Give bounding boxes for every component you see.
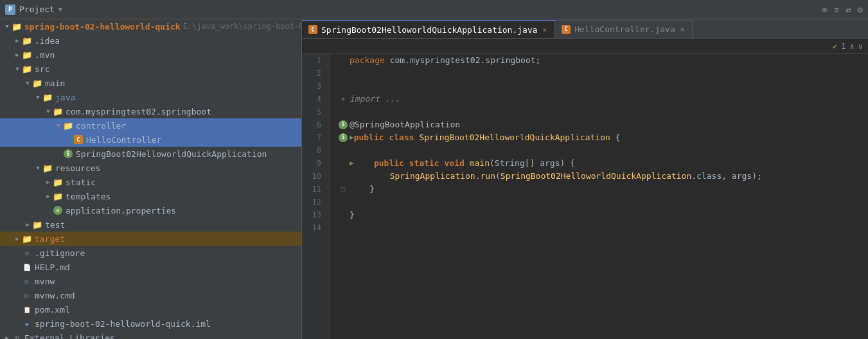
sidebar-item-ext-lib[interactable]: ⊞ External Libraries	[0, 331, 301, 339]
sidebar-item-springboot-app[interactable]: S SpringBoot02HelloworldQuickApplication	[0, 147, 301, 161]
hello-controller-label: HelloController	[86, 135, 161, 145]
earth-icon[interactable]: ⊕	[822, 5, 827, 15]
app-props-label: application.properties	[66, 206, 176, 215]
templates-folder-icon: 📁	[53, 191, 63, 201]
arrow-project-root	[3, 22, 12, 31]
arrow-main	[23, 78, 32, 87]
code-token: public	[374, 157, 409, 170]
project-folder-icon: 📁	[12, 21, 22, 32]
code-token: .	[475, 170, 481, 183]
tab-java-icon-2: C	[562, 25, 571, 34]
tab-close-1[interactable]: ✕	[542, 25, 549, 35]
mvnwcmd-icon: ▷	[22, 290, 32, 300]
code-line-11: □ }	[337, 183, 868, 196]
sidebar-item-test[interactable]: 📁 test	[0, 217, 301, 232]
sidebar-item-src[interactable]: 📁 src	[0, 62, 301, 76]
resources-label: resources	[55, 163, 100, 173]
code-editor[interactable]: 1 2 3 4 5 6 7 8 9 10 11 12 13 14 package…	[302, 54, 868, 339]
code-line-3	[337, 80, 868, 93]
code-line-12	[337, 196, 868, 208]
sidebar-item-mvnw[interactable]: ▷ mvnw	[0, 274, 301, 288]
up-nav-icon[interactable]: ∧	[850, 42, 855, 51]
code-token: static	[409, 157, 445, 170]
sidebar-item-mvnwcmd[interactable]: ▷ mvnw.cmd	[0, 288, 301, 302]
run-arrow-7[interactable]: ▶	[350, 131, 354, 144]
target-label: target	[35, 234, 65, 244]
project-root-path: E:\java_work\spring-boot-02-hellowo...	[183, 22, 302, 31]
helpmd-label: HELP.md	[35, 262, 70, 272]
sidebar-item-pomxml[interactable]: 📋 pom.xml	[0, 302, 301, 316]
sidebar-item-package[interactable]: 📁 com.myspringtest02.springboot	[0, 104, 301, 118]
project-root-label: spring-boot-02-helloworld-quick	[24, 22, 181, 32]
check-icon: ✔	[833, 42, 837, 51]
pomxml-icon: 📋	[22, 304, 32, 315]
target-folder-icon: 📁	[22, 234, 32, 244]
idea-label: .idea	[35, 36, 60, 46]
static-folder-icon: 📁	[53, 177, 63, 187]
sidebar-item-resources[interactable]: 📁 resources	[0, 161, 301, 175]
mvn-folder-icon: 📁	[22, 50, 32, 60]
line-num-12: 12	[302, 196, 325, 208]
helpmd-icon: 📄	[22, 262, 32, 272]
arrow-templates	[44, 192, 53, 201]
code-token: package	[350, 54, 390, 67]
list-icon[interactable]: ≡	[834, 5, 839, 15]
code-line-10: SpringApplication.run(SpringBoot02Hellow…	[337, 170, 868, 183]
project-dropdown-icon[interactable]: ▼	[58, 6, 62, 13]
main-layout: 📁 spring-boot-02-helloworld-quick E:\jav…	[0, 19, 868, 339]
sidebar-item-controller[interactable]: 📁 controller	[0, 118, 301, 133]
swap-icon[interactable]: ⇄	[846, 5, 851, 15]
down-nav-icon[interactable]: ∨	[858, 42, 863, 51]
sidebar-item-idea[interactable]: 📁 .idea	[0, 33, 301, 48]
line-num-3: 3	[302, 80, 325, 93]
sidebar-item-main[interactable]: 📁 main	[0, 76, 301, 90]
line-num-2: 2	[302, 67, 325, 80]
code-token: (String[] args) {	[490, 157, 575, 170]
sidebar-item-hello-controller[interactable]: C HelloController	[0, 133, 301, 147]
line-num-10: 10	[302, 170, 325, 183]
tab-springboot-app[interactable]: C SpringBoot02HelloworldQuickApplication…	[302, 20, 555, 38]
arrow-mvn	[13, 50, 22, 59]
arrow-target	[13, 234, 22, 243]
run-arrow-9[interactable]: ▶	[350, 157, 354, 170]
line-num-7: 7	[302, 131, 325, 144]
sidebar-item-gitignore[interactable]: ⊙ .gitignore	[0, 246, 301, 260]
code-token: {	[610, 131, 621, 144]
spring-gutter-icon-2: S	[339, 133, 348, 142]
sidebar-item-mvn[interactable]: 📁 .mvn	[0, 48, 301, 62]
sidebar-item-iml[interactable]: ◈ spring-boot-02-helloworld-quick.iml	[0, 316, 301, 331]
controller-folder-icon: 📁	[63, 120, 73, 131]
mvn-label: .mvn	[35, 50, 55, 60]
arrow-src	[13, 64, 22, 73]
title-bar-project-label: Project	[19, 5, 55, 14]
code-token: .class, args);	[691, 170, 762, 183]
sidebar-item-templates[interactable]: 📁 templates	[0, 189, 301, 203]
line-num-1: 1	[302, 54, 325, 67]
sidebar-item-java[interactable]: 📁 java	[0, 90, 301, 104]
tab-close-2[interactable]: ✕	[679, 24, 686, 34]
editor-toolbar: ✔ 1 ∧ ∨	[302, 39, 868, 54]
springboot-app-label: SpringBoot02HelloworldQuickApplication	[76, 149, 267, 159]
settings-icon[interactable]: ⚙	[858, 5, 863, 15]
line-num-9: 9	[302, 157, 325, 170]
sidebar-item-helpmd[interactable]: 📄 HELP.md	[0, 260, 301, 274]
tab-hello-label: HelloController.java	[574, 24, 675, 34]
sidebar-item-app-props[interactable]: ⚙ application.properties	[0, 203, 301, 217]
resources-folder-icon: 📁	[42, 163, 53, 173]
controller-label: controller	[76, 121, 126, 131]
sidebar-item-target[interactable]: 📁 target	[0, 232, 301, 246]
main-folder-icon: 📁	[32, 78, 42, 88]
code-token: class	[389, 131, 419, 144]
code-line-6: S @SpringBootApplication	[337, 118, 868, 131]
tab-hello-controller[interactable]: C HelloController.java ✕	[555, 20, 693, 38]
mvnw-icon: ▷	[22, 276, 32, 286]
tab-springboot-label: SpringBoot02HelloworldQuickApplication.j…	[321, 25, 538, 35]
gitignore-label: .gitignore	[35, 248, 85, 258]
sidebar-item-static[interactable]: 📁 static	[0, 175, 301, 189]
code-token: public	[354, 131, 389, 144]
ext-lib-label: External Libraries	[24, 333, 115, 340]
code-line-2	[337, 67, 868, 80]
code-line-13: }	[337, 208, 868, 221]
sidebar-item-project-root[interactable]: 📁 spring-boot-02-helloworld-quick E:\jav…	[0, 19, 301, 33]
arrow-static	[44, 178, 53, 187]
